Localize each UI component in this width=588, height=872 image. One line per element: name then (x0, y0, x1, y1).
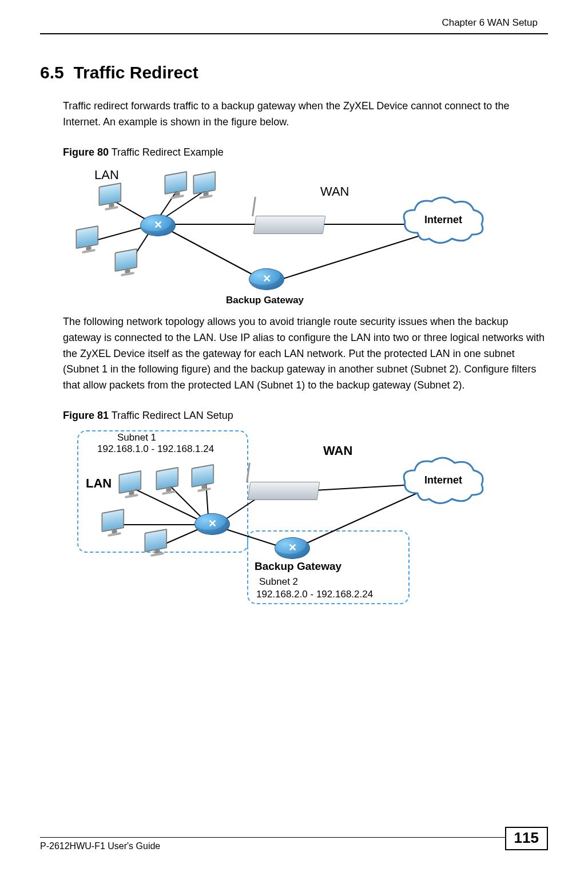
internet-label: Internet (400, 214, 486, 226)
figure-81-label: Figure 81 (63, 410, 109, 421)
footer-page-number: 115 (505, 827, 548, 850)
computer-icon (193, 171, 219, 204)
svg-line-7 (166, 228, 260, 279)
computer-icon (119, 470, 145, 503)
figure-80-label: Figure 80 (63, 146, 109, 158)
modem-icon (253, 216, 325, 234)
figure-81-diagram: Subnet 1 192.168.1.0 - 192.168.1.24 LAN … (63, 427, 498, 616)
subnet-1-range: 192.168.1.0 - 192.168.1.24 (97, 443, 214, 455)
lan-label: LAN (86, 476, 112, 491)
backup-gateway-label: Backup Gateway (255, 560, 341, 573)
subnet-2-range: 192.168.2.0 - 192.168.2.24 (256, 589, 373, 600)
computer-icon (192, 463, 217, 497)
router-icon (140, 215, 176, 236)
computer-icon (99, 182, 125, 215)
computer-icon (156, 466, 182, 500)
subnet-1-name: Subnet 1 (117, 432, 156, 443)
section-number: 6.5 (40, 63, 64, 82)
computer-icon (115, 248, 141, 281)
wan-label: WAN (323, 443, 352, 458)
figure-81-title: Traffic Redirect LAN Setup (109, 410, 233, 421)
backup-router-icon (275, 537, 310, 559)
internet-label: Internet (400, 474, 486, 486)
wan-label: WAN (320, 184, 349, 199)
subnet-2-name: Subnet 2 (259, 576, 298, 588)
modem-icon (248, 482, 320, 500)
paragraph-1: Traffic redirect forwards traffic to a b… (63, 98, 548, 130)
footer-guide-name: P-2612HWU-F1 User's Guide (40, 841, 160, 851)
chapter-header: Chapter 6 WAN Setup (40, 17, 548, 34)
backup-router-icon (249, 268, 284, 290)
internet-cloud-icon: Internet (400, 456, 486, 508)
figure-80-caption: Figure 80 Traffic Redirect Example (63, 146, 548, 158)
figure-81-caption: Figure 81 Traffic Redirect LAN Setup (63, 410, 548, 422)
page-footer: P-2612HWU-F1 User's Guide 115 (40, 837, 548, 851)
figure-80-diagram: LAN WAN Internet Backup Gateway (63, 164, 498, 313)
paragraph-2: The following network topology allows yo… (63, 314, 548, 394)
computer-icon (102, 508, 128, 541)
internet-cloud-icon: Internet (400, 196, 486, 247)
backup-gateway-label: Backup Gateway (226, 295, 304, 306)
svg-line-15 (315, 485, 415, 490)
lan-label: LAN (94, 168, 119, 183)
computer-icon (165, 171, 190, 204)
section-title: Traffic Redirect (73, 63, 198, 82)
figure-80-title: Traffic Redirect Example (109, 146, 224, 158)
section-heading: 6.5 Traffic Redirect (40, 63, 548, 82)
computer-icon (76, 225, 102, 258)
computer-icon (145, 528, 170, 561)
router-icon (194, 513, 230, 535)
